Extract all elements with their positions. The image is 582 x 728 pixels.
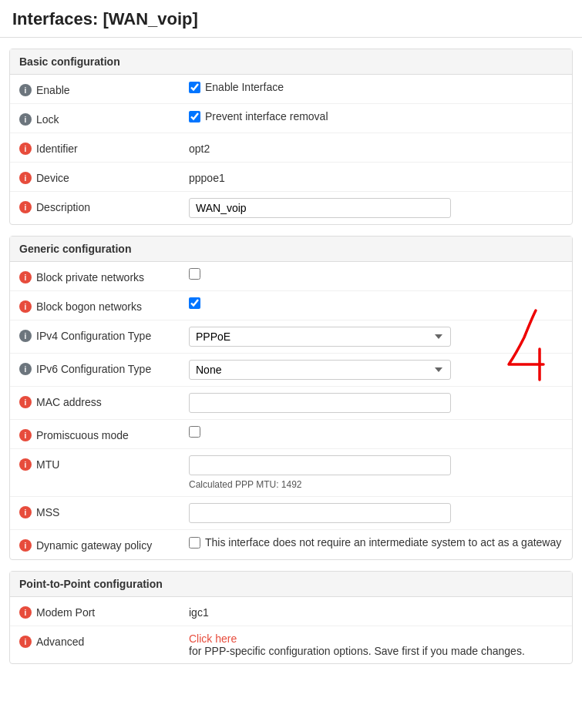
identifier-info-icon[interactable]: i bbox=[19, 143, 32, 155]
mtu-label: i MTU bbox=[19, 455, 189, 471]
device-label: i Device bbox=[19, 169, 189, 184]
promiscuous-info-icon[interactable]: i bbox=[19, 429, 32, 441]
lock-checkbox-label: Prevent interface removal bbox=[205, 110, 328, 122]
ipv6-type-select[interactable]: None Static DHCP SLAAC bbox=[189, 360, 451, 380]
dynamic-gateway-checkbox[interactable] bbox=[189, 537, 200, 549]
device-static: pppoe1 bbox=[189, 169, 225, 184]
generic-config-section: Generic configuration i Block private ne… bbox=[9, 236, 573, 560]
promiscuous-row: i Promiscuous mode bbox=[10, 420, 572, 449]
block-private-value bbox=[189, 268, 563, 280]
description-value bbox=[189, 198, 563, 218]
advanced-click-here-link[interactable]: Click here bbox=[189, 632, 237, 645]
ipv4-type-row: i IPv4 Configuration Type PPPoE Static D… bbox=[10, 320, 572, 354]
description-label: i Description bbox=[19, 198, 189, 213]
identifier-label: i Identifier bbox=[19, 139, 189, 155]
identifier-row: i Identifier opt2 bbox=[10, 133, 572, 163]
enable-info-icon[interactable]: i bbox=[19, 84, 32, 96]
promiscuous-value bbox=[189, 426, 563, 438]
modem-port-static: igc1 bbox=[189, 603, 209, 619]
advanced-rest-text: for PPP-specific configuration options. … bbox=[189, 645, 525, 657]
mtu-row: i MTU Calculated PPP MTU: 1492 bbox=[10, 449, 572, 497]
mac-address-input[interactable] bbox=[189, 393, 451, 413]
modem-port-value: igc1 bbox=[189, 603, 563, 619]
mtu-info-icon[interactable]: i bbox=[19, 458, 32, 471]
dynamic-gateway-label: i Dynamic gateway policy bbox=[19, 536, 189, 552]
enable-checkbox-label: Enable Interface bbox=[205, 81, 284, 93]
mtu-input[interactable] bbox=[189, 455, 451, 475]
mss-value bbox=[189, 503, 563, 523]
mac-address-value bbox=[189, 393, 563, 413]
lock-info-icon[interactable]: i bbox=[19, 113, 32, 126]
mss-input[interactable] bbox=[189, 503, 451, 523]
mtu-value: Calculated PPP MTU: 1492 bbox=[189, 455, 563, 490]
block-private-label: i Block private networks bbox=[19, 268, 189, 283]
ipv4-type-select[interactable]: PPPoE Static DHCP None bbox=[189, 327, 451, 347]
lock-label: i Lock bbox=[19, 110, 189, 126]
description-row: i Description bbox=[10, 192, 572, 224]
identifier-value: opt2 bbox=[189, 139, 563, 155]
modem-port-info-icon[interactable]: i bbox=[19, 606, 32, 619]
block-private-checkbox[interactable] bbox=[189, 268, 200, 280]
lock-value: Prevent interface removal bbox=[189, 110, 563, 122]
promiscuous-label: i Promiscuous mode bbox=[19, 426, 189, 441]
dynamic-gateway-info-icon[interactable]: i bbox=[19, 539, 32, 552]
enable-label: i Enable bbox=[19, 81, 189, 96]
enable-checkbox[interactable] bbox=[189, 82, 200, 93]
mac-address-info-icon[interactable]: i bbox=[19, 396, 32, 408]
ptp-config-section: Point-to-Point configuration i Modem Por… bbox=[9, 571, 573, 664]
advanced-label: i Advanced bbox=[19, 632, 189, 648]
device-row: i Device pppoe1 bbox=[10, 163, 572, 192]
block-bogon-checkbox[interactable] bbox=[189, 297, 200, 309]
ipv6-type-row: i IPv6 Configuration Type None Static DH… bbox=[10, 354, 572, 387]
modem-port-label: i Modem Port bbox=[19, 603, 189, 619]
block-bogon-row: i Block bogon networks bbox=[10, 291, 572, 320]
block-private-row: i Block private networks bbox=[10, 262, 572, 291]
mss-info-icon[interactable]: i bbox=[19, 506, 32, 518]
device-value: pppoe1 bbox=[189, 169, 563, 184]
device-info-icon[interactable]: i bbox=[19, 172, 32, 184]
ipv4-type-value: PPPoE Static DHCP None bbox=[189, 327, 563, 347]
page-title: Interfaces: [WAN_voip] bbox=[0, 0, 582, 38]
block-bogon-value bbox=[189, 297, 563, 309]
generic-config-header: Generic configuration bbox=[10, 237, 572, 262]
promiscuous-checkbox[interactable] bbox=[189, 426, 200, 438]
mss-label: i MSS bbox=[19, 503, 189, 518]
ipv6-type-label: i IPv6 Configuration Type bbox=[19, 360, 189, 375]
dynamic-gateway-row: i Dynamic gateway policy This interface … bbox=[10, 530, 572, 559]
identifier-static: opt2 bbox=[189, 139, 210, 155]
description-input[interactable] bbox=[189, 198, 451, 218]
modem-port-row: i Modem Port igc1 bbox=[10, 597, 572, 626]
dynamic-gateway-checkbox-label: This interface does not require an inter… bbox=[205, 536, 561, 549]
ipv6-type-value: None Static DHCP SLAAC bbox=[189, 360, 563, 380]
ptp-config-header: Point-to-Point configuration bbox=[10, 572, 572, 597]
advanced-info-icon[interactable]: i bbox=[19, 636, 32, 648]
advanced-value: Click here for PPP-specific configuratio… bbox=[189, 632, 563, 657]
basic-config-section: Basic configuration i Enable Enable Inte… bbox=[9, 49, 573, 225]
block-bogon-info-icon[interactable]: i bbox=[19, 300, 32, 313]
mtu-hint: Calculated PPP MTU: 1492 bbox=[189, 479, 563, 490]
ipv6-type-info-icon[interactable]: i bbox=[19, 363, 32, 375]
ipv4-type-info-icon[interactable]: i bbox=[19, 330, 32, 342]
lock-checkbox[interactable] bbox=[189, 111, 200, 122]
ipv4-type-label: i IPv4 Configuration Type bbox=[19, 327, 189, 342]
mac-address-row: i MAC address bbox=[10, 387, 572, 420]
basic-config-header: Basic configuration bbox=[10, 49, 572, 75]
mss-row: i MSS bbox=[10, 497, 572, 530]
enable-row: i Enable Enable Interface bbox=[10, 75, 572, 104]
dynamic-gateway-value: This interface does not require an inter… bbox=[189, 536, 563, 549]
block-bogon-label: i Block bogon networks bbox=[19, 297, 189, 313]
lock-row: i Lock Prevent interface removal bbox=[10, 104, 572, 133]
mac-address-label: i MAC address bbox=[19, 393, 189, 408]
advanced-row: i Advanced Click here for PPP-specific c… bbox=[10, 626, 572, 663]
description-info-icon[interactable]: i bbox=[19, 201, 32, 213]
enable-value: Enable Interface bbox=[189, 81, 563, 93]
block-private-info-icon[interactable]: i bbox=[19, 271, 32, 283]
